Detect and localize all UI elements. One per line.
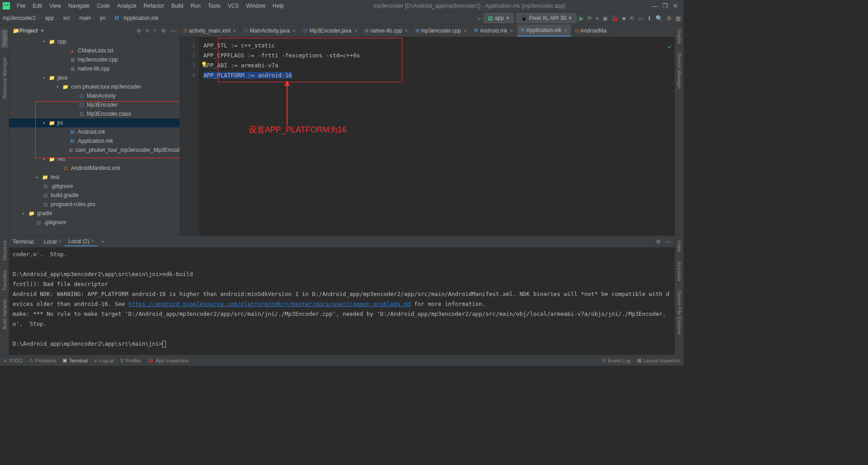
sidebar-make[interactable]: make — [677, 240, 682, 253]
bulb-icon[interactable]: 💡 — [201, 60, 208, 70]
stop-icon[interactable]: ■ — [622, 15, 626, 22]
tab-android-manifest[interactable]: ⊡AndroidMa — [571, 24, 611, 37]
close-icon[interactable]: × — [91, 239, 94, 244]
tool-logcat[interactable]: ≡ Logcat — [94, 358, 113, 363]
close-icon[interactable]: × — [354, 28, 357, 33]
coverage-icon[interactable]: ≡ — [596, 15, 599, 22]
tree-file[interactable]: ⊡.gitignore — [9, 218, 179, 227]
close-icon[interactable]: × — [233, 28, 236, 33]
hide-icon[interactable]: — — [665, 239, 671, 245]
terminal-output[interactable]: coder.o'. Stop. D:\Android_app\mp3encode… — [9, 248, 675, 355]
tool-todo[interactable]: ≡ TODO — [4, 358, 23, 363]
sidebar-device-manager[interactable]: Device Manager — [677, 53, 682, 89]
tree-package[interactable]: ▾📁com.phuket.tour.mp3encoder — [9, 82, 179, 91]
menu-help[interactable]: Help — [269, 2, 287, 10]
maximize-icon[interactable]: ❐ — [662, 2, 668, 9]
close-icon[interactable]: × — [564, 28, 567, 33]
tab-mp3encoder-cpp[interactable]: ⊞mp3encoder.cpp× — [412, 24, 471, 37]
expand-icon[interactable]: ≡ — [146, 28, 149, 34]
tree-folder-res[interactable]: ▸📁res — [9, 155, 179, 164]
breadcrumb-item[interactable]: mp3encoder2 — [3, 15, 36, 21]
attach-icon[interactable]: 🐞 — [611, 15, 618, 22]
project-tree[interactable]: ▾📁cpp ▲CMakeLists.txt ⊞mp3encoder.cpp ⊞n… — [9, 37, 179, 235]
breadcrumb-item[interactable]: jni — [100, 15, 105, 21]
gear-icon[interactable]: ⚙ — [656, 239, 661, 245]
close-icon[interactable]: ✕ — [673, 2, 678, 9]
tool-event-log[interactable]: ◷ Event Log — [602, 357, 631, 363]
tool-layout-inspector[interactable]: ▦ Layout Inspector — [637, 357, 680, 363]
tab-mp3encoder-java[interactable]: ⒸMp3Encoder.java× — [300, 24, 361, 37]
sdk-icon[interactable]: ⬇ — [647, 15, 652, 22]
tree-folder-jni[interactable]: ▾📁jni — [9, 118, 179, 127]
tree-file[interactable]: MAndroid.mk — [9, 127, 179, 136]
breadcrumb-item[interactable]: M Application.mk — [114, 15, 158, 21]
sidebar-favorites[interactable]: Favorites — [2, 270, 7, 290]
gear-icon[interactable]: ⚙ — [161, 28, 166, 34]
profile-icon[interactable]: ◉ — [603, 15, 608, 22]
tree-class[interactable]: ⒸMp3Encoder — [9, 100, 179, 109]
tree-file[interactable]: ▲CMakeLists.txt — [9, 46, 179, 55]
settings-icon[interactable]: ⚙ — [666, 15, 672, 22]
tree-class[interactable]: ⊡Mp3Encoder.class — [9, 109, 179, 118]
tool-app-inspection[interactable]: 🐞 App Inspection — [147, 357, 189, 363]
close-icon[interactable]: × — [464, 28, 467, 33]
tab-activity-main[interactable]: ⊡activity_main.xml× — [180, 24, 240, 37]
tree-file[interactable]: ⊞com_phuket_tour_mp3encoder_Mp3Encod — [9, 146, 179, 155]
sidebar-resource-manager[interactable]: Resource Manager — [2, 57, 7, 99]
collapse-icon[interactable]: ÷ — [153, 28, 156, 34]
locate-icon[interactable]: ⊕ — [137, 28, 141, 34]
tree-file[interactable]: ⊡.gitignore — [9, 182, 179, 191]
menu-vcs[interactable]: VCS — [225, 2, 242, 10]
menu-build[interactable]: Build — [168, 2, 187, 10]
breadcrumb-item[interactable]: app — [45, 15, 54, 21]
tab-application-mk[interactable]: MApplication.mk× — [517, 24, 571, 37]
tree-folder-java[interactable]: ▾📁java — [9, 73, 179, 82]
debug-icon[interactable]: ⟳ — [587, 15, 592, 22]
menu-tools[interactable]: Tools — [205, 2, 224, 10]
sync-icon[interactable]: ⟲ — [629, 15, 634, 22]
chevron-down-icon[interactable]: ▼ — [40, 28, 45, 34]
menu-run[interactable]: Run — [188, 2, 204, 10]
build-hammer-icon[interactable]: ↘ — [476, 15, 481, 21]
tree-file[interactable]: ⊞mp3encoder.cpp — [9, 55, 179, 64]
menu-edit[interactable]: Edit — [29, 2, 45, 10]
avd-icon[interactable]: ▭ — [638, 15, 643, 22]
close-icon[interactable]: × — [405, 28, 408, 33]
code-editor[interactable]: 1234 💡 APP_STL := c++_static APP_CPPFLAG… — [180, 37, 675, 235]
sidebar-project[interactable]: Project — [1, 29, 8, 48]
project-structure-icon[interactable]: ▦ — [675, 15, 681, 22]
tool-terminal[interactable]: ▣ Terminal — [62, 357, 88, 363]
check-icon[interactable]: ✔ — [668, 42, 672, 52]
tree-folder-test[interactable]: ▸📁test — [9, 173, 179, 182]
close-icon[interactable]: × — [292, 28, 295, 33]
menu-refactor[interactable]: Refactor — [141, 2, 167, 10]
tree-file[interactable]: MApplication.mk — [9, 136, 179, 146]
tree-file[interactable]: ⊡proguard-rules.pro — [9, 200, 179, 209]
tab-native-lib[interactable]: ⊞native-lib.cpp× — [361, 24, 412, 37]
tree-file[interactable]: ⊡AndroidManifest.xml — [9, 164, 179, 173]
terminal-link[interactable]: https://android.googlesource.com/platfor… — [128, 301, 411, 307]
terminal-tab-local[interactable]: Local× — [40, 238, 65, 246]
tool-profiler[interactable]: ⧖ Profiler — [120, 357, 142, 363]
minimize-icon[interactable]: — — [651, 2, 658, 9]
sidebar-gradle[interactable]: Gradle — [677, 29, 682, 44]
sidebar-build-variants[interactable]: Build Variants — [2, 299, 7, 329]
run-config-selector[interactable]: ▤app▼ — [484, 13, 514, 23]
tab-android-mk[interactable]: MAndroid.mk× — [471, 24, 517, 37]
search-icon[interactable]: 🔍 — [656, 15, 663, 22]
sidebar-emulator[interactable]: Emulator — [677, 262, 682, 282]
close-icon[interactable]: × — [58, 239, 61, 244]
tree-folder-cpp[interactable]: ▾📁cpp — [9, 37, 179, 46]
tab-mainactivity[interactable]: ⒸMainActivity.java× — [240, 24, 300, 37]
project-panel-title[interactable]: Project — [19, 28, 38, 34]
run-icon[interactable]: ▶ — [579, 15, 584, 22]
close-icon[interactable]: × — [510, 28, 513, 33]
menu-code[interactable]: Code — [94, 2, 113, 10]
menu-view[interactable]: View — [46, 2, 64, 10]
add-terminal-icon[interactable]: + — [101, 239, 104, 245]
device-selector[interactable]: 📱Pixel XL API 30▼ — [516, 13, 576, 23]
tree-folder-gradle[interactable]: ▸📁gradle — [9, 209, 179, 218]
hide-icon[interactable]: — — [170, 28, 176, 34]
breadcrumb-item[interactable]: main — [79, 15, 91, 21]
menu-file[interactable]: File — [14, 2, 28, 10]
